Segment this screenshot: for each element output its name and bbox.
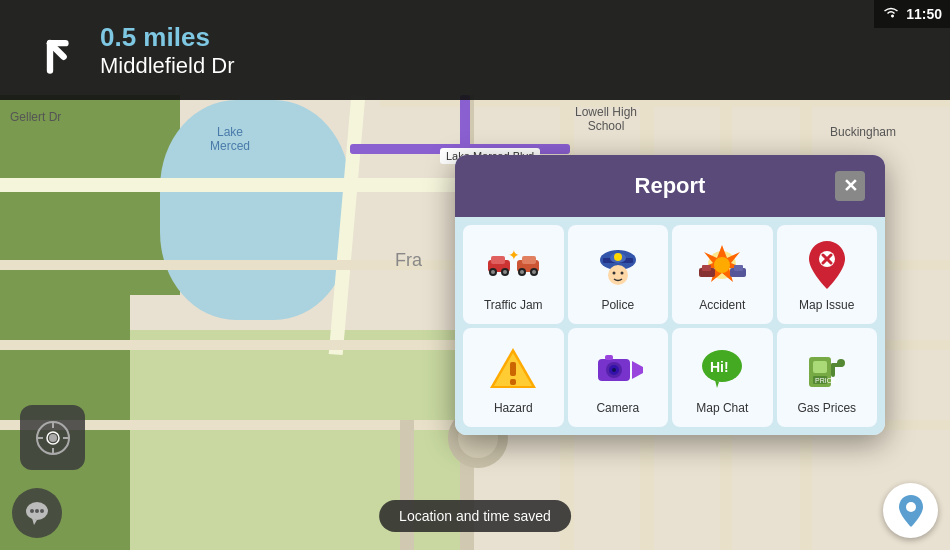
accident-label: Accident	[699, 298, 745, 312]
gas-prices-icon: PRICE	[799, 340, 854, 395]
modal-grid: ✦ Traffic Jam	[455, 217, 885, 435]
svg-rect-49	[510, 379, 516, 385]
report-item-map-chat[interactable]: Hi! Map Chat	[672, 328, 773, 427]
map-chat-label: Map Chat	[696, 401, 748, 415]
map-issue-icon	[799, 237, 854, 292]
svg-point-34	[612, 271, 615, 274]
svg-text:✦: ✦	[508, 247, 520, 263]
report-modal: Report ✕	[455, 155, 885, 435]
hazard-icon	[486, 340, 541, 395]
svg-rect-42	[734, 265, 743, 271]
svg-rect-55	[605, 355, 613, 360]
report-item-traffic-jam[interactable]: ✦ Traffic Jam	[463, 225, 564, 324]
svg-point-33	[608, 265, 628, 285]
report-item-hazard[interactable]: Hazard	[463, 328, 564, 427]
svg-rect-40	[702, 265, 711, 271]
traffic-jam-icon: ✦	[486, 237, 541, 292]
svg-point-35	[620, 271, 623, 274]
report-item-gas-prices[interactable]: PRICE Gas Prices	[777, 328, 878, 427]
camera-label: Camera	[596, 401, 639, 415]
report-item-camera[interactable]: Camera	[568, 328, 669, 427]
svg-rect-60	[813, 361, 827, 373]
svg-point-53	[612, 368, 616, 372]
svg-rect-17	[491, 256, 505, 264]
svg-rect-23	[522, 256, 536, 264]
svg-point-63	[837, 359, 845, 367]
modal-title: Report	[505, 173, 835, 199]
svg-point-38	[714, 257, 730, 273]
modal-close-button[interactable]: ✕	[835, 171, 865, 201]
modal-overlay: Report ✕	[0, 0, 950, 550]
svg-text:PRICE: PRICE	[815, 377, 837, 384]
accident-icon	[695, 237, 750, 292]
hazard-label: Hazard	[494, 401, 533, 415]
report-item-map-issue[interactable]: Map Issue	[777, 225, 878, 324]
map-chat-icon: Hi!	[695, 340, 750, 395]
police-label: Police	[601, 298, 634, 312]
camera-icon	[590, 340, 645, 395]
gas-prices-label: Gas Prices	[797, 401, 856, 415]
svg-point-19	[491, 270, 495, 274]
svg-point-27	[532, 270, 536, 274]
report-item-police[interactable]: Police	[568, 225, 669, 324]
svg-point-32	[614, 253, 622, 261]
traffic-jam-label: Traffic Jam	[484, 298, 543, 312]
map-issue-label: Map Issue	[799, 298, 854, 312]
svg-point-25	[520, 270, 524, 274]
svg-text:Hi!: Hi!	[710, 359, 729, 375]
police-icon	[590, 237, 645, 292]
report-item-accident[interactable]: Accident	[672, 225, 773, 324]
svg-rect-48	[510, 362, 516, 376]
svg-point-21	[503, 270, 507, 274]
modal-header: Report ✕	[455, 155, 885, 217]
svg-marker-54	[632, 361, 643, 379]
